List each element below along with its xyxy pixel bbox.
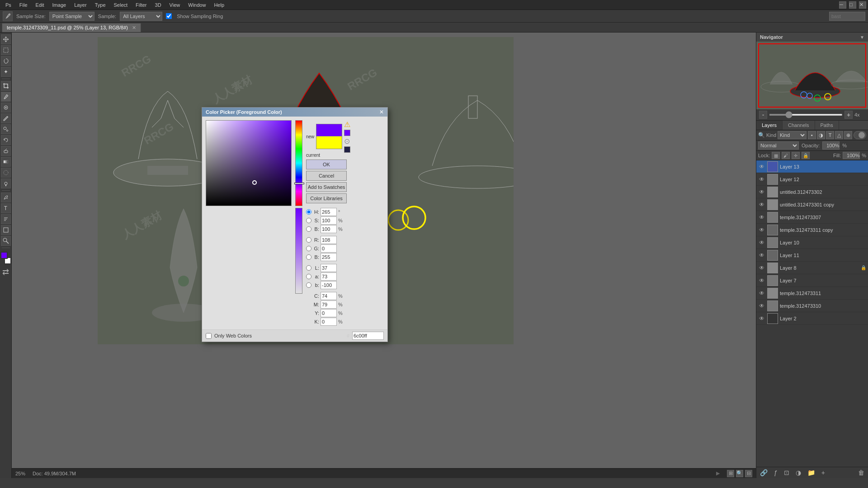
marquee-tool[interactable] bbox=[1, 45, 11, 55]
show-sampling-ring-checkbox[interactable] bbox=[166, 13, 172, 19]
menu-file[interactable]: File bbox=[16, 1, 31, 9]
pen-tool[interactable] bbox=[1, 192, 11, 202]
create-layer-button[interactable]: + bbox=[820, 469, 827, 477]
lock-all-button[interactable]: 🔒 bbox=[802, 152, 810, 159]
r-input[interactable] bbox=[321, 236, 337, 244]
color-gradient-picker[interactable] bbox=[206, 120, 292, 206]
link-layers-button[interactable]: 🔗 bbox=[758, 469, 769, 477]
filter-adjustment-button[interactable]: ◑ bbox=[817, 131, 825, 139]
opacity-input[interactable] bbox=[822, 141, 840, 150]
zoom-tool[interactable] bbox=[1, 236, 11, 246]
color-picker-title-bar[interactable]: Color Picker (Foreground Color) ✕ bbox=[202, 108, 387, 117]
layer-item[interactable]: 👁 temple.312473311 copy bbox=[756, 224, 868, 236]
layer-item[interactable]: 👁 Layer 2 bbox=[756, 312, 868, 325]
layer-visibility-toggle[interactable]: 👁 bbox=[758, 264, 765, 272]
text-tool[interactable]: T bbox=[1, 203, 11, 213]
menu-image[interactable]: Image bbox=[49, 1, 70, 9]
c-input[interactable] bbox=[321, 292, 337, 300]
add-layer-style-button[interactable]: ƒ bbox=[772, 469, 779, 477]
menu-filter[interactable]: Filter bbox=[132, 1, 150, 9]
stamp-tool[interactable] bbox=[1, 124, 11, 134]
layer-visibility-toggle[interactable]: 👁 bbox=[758, 302, 765, 310]
menu-select[interactable]: Select bbox=[110, 1, 132, 9]
gradient-tool[interactable] bbox=[1, 157, 11, 167]
filter-type-button[interactable]: T bbox=[826, 131, 834, 139]
hue-slider[interactable] bbox=[295, 120, 302, 206]
dodge-tool[interactable] bbox=[1, 178, 11, 188]
layer-visibility-toggle[interactable]: 👁 bbox=[758, 176, 765, 183]
lock-position-button[interactable]: ✛ bbox=[792, 152, 800, 159]
web-safe-swatch[interactable] bbox=[344, 146, 350, 153]
gamut-warning-icon[interactable]: ⚠ bbox=[344, 120, 350, 129]
filter-pixel-button[interactable]: ▪ bbox=[808, 131, 816, 139]
b3-radio[interactable] bbox=[306, 282, 311, 288]
menu-ps[interactable]: Ps bbox=[2, 1, 15, 9]
tab-layers[interactable]: Layers bbox=[756, 121, 783, 130]
zoom-slider[interactable] bbox=[769, 114, 843, 116]
layer-visibility-toggle[interactable]: 👁 bbox=[758, 315, 765, 322]
h-radio[interactable] bbox=[306, 209, 311, 215]
move-tool[interactable] bbox=[1, 34, 11, 44]
color-libraries-button[interactable]: Color Libraries bbox=[306, 193, 347, 203]
menu-type[interactable]: Type bbox=[91, 1, 109, 9]
status-zoom-button[interactable]: 🔍 bbox=[736, 470, 743, 477]
cancel-button[interactable]: Cancel bbox=[306, 171, 347, 181]
sample-select[interactable]: All Layers Current Layer bbox=[120, 12, 162, 21]
menu-edit[interactable]: Edit bbox=[32, 1, 48, 9]
layer-visibility-toggle[interactable]: 👁 bbox=[758, 163, 765, 170]
eyedropper-tool[interactable] bbox=[1, 92, 11, 102]
filter-toggle[interactable] bbox=[854, 131, 866, 139]
document-tab[interactable]: temple.312473309_11.psd @ 25% (Layer 13,… bbox=[2, 23, 141, 32]
h-input[interactable] bbox=[321, 208, 337, 216]
layer-item[interactable]: 👁 Layer 8 🔒 bbox=[756, 262, 868, 274]
layer-visibility-toggle[interactable]: 👁 bbox=[758, 226, 765, 234]
b-input[interactable] bbox=[321, 225, 337, 233]
only-web-colors-checkbox[interactable] bbox=[206, 333, 212, 339]
b-radio[interactable] bbox=[306, 226, 311, 232]
foreground-color-swatch[interactable] bbox=[0, 252, 8, 259]
menu-layer[interactable]: Layer bbox=[71, 1, 90, 9]
g-input[interactable] bbox=[321, 244, 337, 253]
filter-shape-button[interactable]: △ bbox=[835, 131, 843, 139]
close-button[interactable]: ✕ bbox=[859, 1, 866, 9]
layer-kind-select[interactable]: Kind Name Effect Mode bbox=[778, 131, 807, 139]
menu-3d[interactable]: 3D bbox=[151, 1, 165, 9]
layer-item[interactable]: 👁 temple.312473307 bbox=[756, 211, 868, 224]
lasso-tool[interactable] bbox=[1, 56, 11, 66]
s-input[interactable] bbox=[321, 216, 337, 225]
tab-paths[interactable]: Paths bbox=[815, 121, 839, 130]
s-radio[interactable] bbox=[306, 218, 311, 223]
color-picker-close-button[interactable]: ✕ bbox=[379, 109, 384, 115]
zoom-in-button[interactable]: + bbox=[844, 111, 853, 119]
search-input[interactable] bbox=[829, 12, 865, 21]
layer-visibility-toggle[interactable]: 👁 bbox=[758, 252, 765, 259]
swap-colors-button[interactable]: ⇄ bbox=[2, 267, 9, 277]
b2-radio[interactable] bbox=[306, 254, 311, 260]
filter-smart-button[interactable]: ⊕ bbox=[844, 131, 852, 139]
layer-item[interactable]: 👁 Layer 10 bbox=[756, 236, 868, 249]
current-color-preview[interactable] bbox=[316, 136, 342, 149]
crop-tool[interactable] bbox=[1, 81, 11, 91]
color-picker-dialog[interactable]: Color Picker (Foreground Color) ✕ bbox=[202, 107, 388, 342]
a-radio[interactable] bbox=[306, 274, 311, 279]
eraser-tool[interactable] bbox=[1, 146, 11, 156]
navigator-expand-icon[interactable]: ▼ bbox=[860, 35, 864, 40]
history-brush-tool[interactable] bbox=[1, 135, 11, 145]
layer-item[interactable]: 👁 untitled.312473302 bbox=[756, 186, 868, 198]
b3-input[interactable] bbox=[321, 281, 337, 289]
layer-visibility-toggle[interactable]: 👁 bbox=[758, 239, 765, 246]
magic-wand-tool[interactable]: ✦ bbox=[1, 67, 11, 77]
path-select-tool[interactable] bbox=[1, 214, 11, 224]
y-input[interactable] bbox=[321, 309, 337, 317]
layer-visibility-toggle[interactable]: 👁 bbox=[758, 188, 765, 196]
blur-tool[interactable] bbox=[1, 168, 11, 178]
layer-item[interactable]: 👁 temple.312473310 bbox=[756, 300, 868, 312]
l-radio[interactable] bbox=[306, 265, 311, 271]
ok-button[interactable]: OK bbox=[306, 160, 347, 169]
arrow-right-icon[interactable]: ▶ bbox=[716, 470, 720, 476]
eyedropper-tool-icon[interactable] bbox=[3, 11, 13, 21]
heal-tool[interactable] bbox=[1, 103, 11, 113]
layer-visibility-toggle[interactable]: 👁 bbox=[758, 214, 765, 221]
k-input[interactable] bbox=[321, 318, 337, 326]
tab-close-button[interactable]: ✕ bbox=[132, 25, 136, 30]
